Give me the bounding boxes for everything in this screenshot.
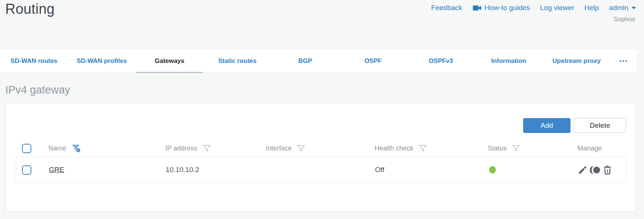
section-title: IPv4 gateway — [5, 84, 70, 96]
tab-upstream-proxy[interactable]: Upstream proxy — [543, 49, 610, 73]
tab-bar: SD-WAN routes SD-WAN profiles Gateways S… — [0, 49, 638, 73]
ipv4-gateway-panel: Add Delete Name IP address — [5, 103, 636, 212]
delete-button[interactable]: Delete — [574, 118, 626, 133]
deactivate-icon[interactable] — [590, 165, 600, 175]
page-title: Routing — [5, 1, 54, 17]
howto-guides-link[interactable]: How-to guides — [472, 4, 530, 12]
log-viewer-link-label: Log viewer — [540, 4, 574, 12]
admin-menu[interactable]: admin — [609, 4, 636, 12]
tab-information[interactable]: Information — [475, 49, 543, 73]
table-header-row: Name IP address Interface — [16, 140, 626, 157]
tab-sd-wan-routes[interactable]: SD-WAN routes — [0, 49, 68, 73]
table-toolbar: Add Delete — [523, 118, 626, 133]
filter-icon[interactable] — [297, 145, 305, 152]
help-link-label: Help — [584, 4, 599, 12]
status-up-indicator — [489, 166, 496, 174]
edit-icon[interactable] — [578, 165, 587, 175]
video-camera-icon — [472, 5, 482, 11]
select-all-checkbox[interactable] — [22, 144, 31, 153]
column-header-manage: Manage — [578, 145, 602, 152]
tab-gateways[interactable]: Gateways — [136, 49, 204, 73]
column-header-interface: Interface — [266, 145, 292, 152]
gateways-table: Name IP address Interface — [16, 140, 626, 183]
table-row: GRE 10.10.10.2 Off — [16, 157, 626, 183]
tab-static-routes[interactable]: Static routes — [203, 49, 271, 73]
tab-bgp[interactable]: BGP — [271, 49, 339, 73]
feedback-link[interactable]: Feedback — [431, 4, 462, 12]
admin-menu-label: admin — [609, 4, 628, 12]
filter-icon[interactable] — [419, 145, 427, 152]
help-link[interactable]: Help — [584, 4, 599, 12]
tab-sd-wan-profiles[interactable]: SD-WAN profiles — [68, 49, 136, 73]
ip-address-cell: 10.10.10.2 — [166, 166, 266, 174]
brand-label: Sophos — [613, 16, 635, 23]
manage-cell — [578, 165, 626, 175]
column-header-ip-address: IP address — [165, 145, 197, 152]
filter-icon[interactable] — [512, 145, 520, 152]
tab-ospfv3[interactable]: OSPFv3 — [407, 49, 475, 73]
delete-row-icon[interactable] — [603, 165, 612, 175]
tab-ospf[interactable]: OSPF — [339, 49, 407, 73]
howto-guides-link-label: How-to guides — [485, 4, 530, 12]
column-header-health-check: Health check — [375, 145, 413, 152]
tabs-overflow-button[interactable]: ••• — [610, 49, 637, 73]
column-header-status: Status — [488, 145, 507, 152]
caret-down-icon — [631, 6, 636, 10]
column-header-name: Name — [49, 145, 66, 152]
health-check-cell: Off — [375, 166, 488, 174]
log-viewer-link[interactable]: Log viewer — [540, 4, 574, 12]
filter-active-icon[interactable] — [72, 144, 81, 153]
row-checkbox[interactable] — [22, 165, 31, 175]
filter-icon[interactable] — [203, 145, 211, 152]
header-links: Feedback How-to guides Log viewer Help a… — [431, 4, 636, 12]
add-button[interactable]: Add — [523, 118, 570, 133]
feedback-link-label: Feedback — [431, 4, 462, 12]
gateway-name-link[interactable]: GRE — [49, 166, 64, 174]
